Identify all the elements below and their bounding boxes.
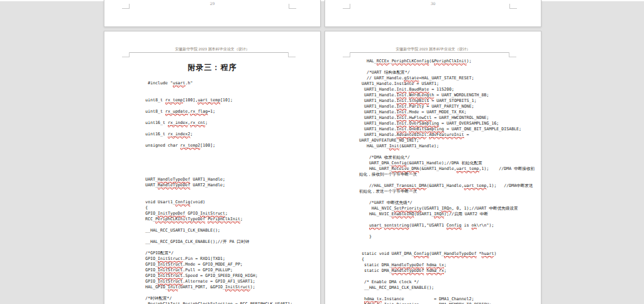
code-line: UART1_Handle.Init.HwFlowCtl = UART_HWCON…	[359, 115, 541, 121]
text-boundary-mark	[289, 4, 296, 9]
code-line	[145, 171, 321, 177]
page-number: 30	[325, 1, 541, 6]
code-line	[145, 149, 321, 154]
document-canvas: 29 30 安徽新华学院 2023 届本科毕业论文（设计） 附录三：程序 #in…	[0, 0, 644, 304]
code-line: GPIO_InitStruct.Mode = GPIO_MODE_AF_PP;	[145, 262, 321, 267]
header-rule	[130, 52, 288, 53]
code-line	[145, 234, 321, 239]
code-line	[145, 194, 321, 200]
code-line	[359, 194, 541, 200]
code-line: uint16_t rx_index2;	[145, 132, 321, 137]
code-line: __HAL_RCC_GPIOA_CLK_ENABLE();//开 PA 口时钟	[145, 239, 321, 245]
code-block[interactable]: #include "usart.h" uint8_t rx_temp[100],…	[104, 81, 321, 304]
page-appendix-left[interactable]: 安徽新华学院 2023 届本科毕业论文（设计） 附录三：程序 #include …	[104, 31, 321, 304]
code-line: /*GPIO配置*/	[145, 251, 321, 256]
code-line: //HAL_UART_Transmit_DMA(&UART1_Handle,ua…	[359, 183, 541, 189]
code-line: /*时钟配置*/	[145, 296, 321, 301]
code-line: static DMA_HandleTypeDef hdma_rx;	[359, 268, 541, 274]
code-line	[145, 115, 321, 120]
code-line: __HAL_RCC_USART1_CLK_ENABLE();	[145, 228, 321, 234]
code-line: UART1_Handle.Init.Mode = UART_MODE_TX_RX…	[359, 110, 541, 115]
code-line: GPIO_InitTypeDef GPIO_InitStruct;	[145, 211, 321, 217]
code-line: UART1_Handle.Instance = USART1;	[359, 81, 541, 87]
page-30-bottom[interactable]: 30	[325, 0, 541, 27]
code-line: HAL_UART_Init(&UART1_Handle);	[359, 144, 541, 149]
code-line: UART1_Handle.Init.WordLength = UART_WORD…	[359, 93, 541, 98]
code-line: UART1_Handle.Init.OneBitSampling = UART_…	[359, 127, 541, 132]
text-boundary-mark	[343, 52, 350, 57]
code-line	[359, 240, 541, 245]
code-line	[359, 245, 541, 251]
code-line: UART_DMA_Config(&UART1_Handle);//DMA 初始化…	[359, 160, 541, 166]
appendix-title: 附录三：程序	[104, 62, 320, 73]
code-line	[359, 228, 541, 234]
code-line	[359, 274, 541, 279]
code-line: /*UART 中断优先级*/	[359, 200, 541, 206]
page-appendix-right[interactable]: 安徽新华学院 2023 届本科毕业论文（设计） HAL_RCCEx_Periph…	[325, 31, 541, 304]
code-line: HAL_GPIO_Init(UART1_PORT, &GPIO_InitStru…	[145, 284, 321, 290]
code-line: #include "usart.h"	[145, 81, 321, 86]
code-line: UART1_Handle.Init.StopBits = UART_STOPBI…	[359, 98, 541, 104]
code-line: {	[145, 205, 321, 211]
code-line	[359, 64, 541, 70]
code-line: UART1_Handle.AdvancedInit.AdvFeatureInit…	[359, 132, 541, 138]
code-line: static DMA_HandleTypeDef hdma_tx;	[359, 262, 541, 268]
code-line	[145, 222, 321, 228]
code-line: /*UART 结构体配置*/	[359, 70, 541, 76]
code-line: PeriphClkInit.PeriphClockSelection = RCC…	[145, 301, 321, 304]
code-line: uint8_t rx_temp[100],uart_temp[10];	[145, 98, 321, 103]
code-line: // UART_Handle.gState=HAL_UART_STATE_RES…	[359, 76, 541, 81]
text-boundary-mark	[122, 52, 130, 57]
code-line: 初始化，发送一个字节中断一次	[359, 189, 541, 194]
code-line	[359, 149, 541, 155]
code-line	[145, 86, 321, 92]
code-line: uint16_t rx_index,rx_cnt;	[145, 120, 321, 126]
code-line: HAL_RCCEx_PeriphCLKConfig(&PeriphClkInit…	[359, 59, 541, 64]
code-line: UART_HandleTypeDef UART1_Handle;	[145, 177, 321, 183]
text-boundary-mark	[509, 4, 517, 9]
code-line: __HAL_RCC_DMA1_CLK_ENABLE();	[359, 285, 541, 291]
code-line	[145, 154, 321, 160]
text-boundary-mark	[343, 4, 350, 9]
code-line: /* Enable DMA clock */	[359, 279, 541, 285]
code-block[interactable]: HAL_RCCEx_PeriphCLKConfig(&PeriphClkInit…	[325, 59, 541, 304]
toolbar-bottom-edge	[0, 0, 644, 1]
code-line	[359, 291, 541, 296]
text-boundary-mark	[288, 52, 296, 57]
code-line	[145, 103, 321, 109]
code-line: GPIO_InitStruct.Alternate = GPIO_AF1_USA…	[145, 279, 321, 284]
code-line: UART1_Handle.Init.OverSampling = UART_OV…	[359, 121, 541, 127]
code-line: UART_ADVFEATURE_NO_INIT;	[359, 138, 541, 144]
page-header-text: 安徽新华学院 2023 届本科毕业论文（设计）	[104, 47, 320, 52]
code-line: GPIO_InitStruct.Pull = GPIO_PULLUP;	[145, 267, 321, 273]
code-line	[145, 290, 321, 296]
code-line	[145, 245, 321, 251]
code-line: UART1_Handle.Init.Parity = UART_PARITY_N…	[359, 104, 541, 110]
code-line: GPIO_InitStruct.Pin = RXD1|TXD1;	[145, 256, 321, 262]
code-line	[145, 137, 321, 143]
text-boundary-mark	[122, 4, 130, 9]
text-boundary-mark	[509, 52, 516, 57]
code-line: }	[359, 234, 541, 240]
code-line: unsigned char rx_temp2[100];	[145, 143, 321, 149]
code-line: HAL_UART_Receive_DMA(&UART1_Handle,uart_…	[359, 166, 541, 172]
page-29-bottom[interactable]: 29	[104, 0, 321, 27]
code-line: /*DMA 收发初始化*/	[359, 155, 541, 160]
code-line: RCC_PeriphCLKInitTypeDef PeriphClkInit;	[145, 217, 321, 222]
code-line: usart_sentstring(UART1,"USART1 Config is…	[359, 223, 541, 228]
code-line	[359, 177, 541, 183]
code-line: static void UART_DMA_Config(UART_HandleT…	[359, 251, 541, 257]
code-line	[145, 160, 321, 166]
header-rule	[350, 52, 509, 53]
code-line: HAL_NVIC_EnableIRQ(USART1_IRQn);//启用 UAR…	[359, 211, 541, 217]
code-line: UART_HandleTypeDef UART2_Handle;	[145, 183, 321, 188]
code-line: {	[359, 257, 541, 262]
code-line	[359, 217, 541, 223]
code-line	[145, 126, 321, 132]
code-line: GPIO_InitStruct.Speed = GPIO_SPEED_FREQ_…	[145, 273, 321, 279]
code-line: 始化，接收到一个字节中断一次	[359, 172, 541, 177]
page-header-text: 安徽新华学院 2023 届本科毕业论文（设计）	[325, 47, 541, 52]
code-line	[145, 188, 321, 194]
code-line: void Usart1_Config(void)	[145, 200, 321, 205]
code-line: hdma_tx.Instance = DMA1_Channel2;	[359, 296, 541, 302]
